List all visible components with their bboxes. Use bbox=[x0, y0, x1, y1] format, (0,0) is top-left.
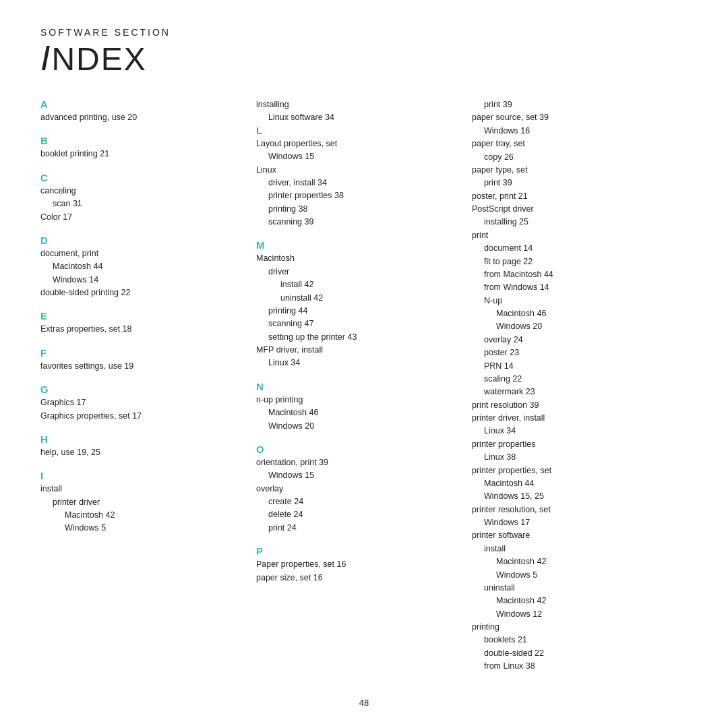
index-entry: printer properties bbox=[472, 438, 674, 451]
index-entry: Macintosh 46 bbox=[472, 307, 674, 320]
index-entry: uninstall 42 bbox=[256, 292, 458, 305]
index-letter: I bbox=[40, 470, 243, 481]
index-entry: installing bbox=[256, 98, 458, 111]
index-entry: Windows 16 bbox=[472, 125, 674, 138]
column-3: print 39paper source, set 39Windows 16pa… bbox=[472, 98, 688, 673]
column-2: installingLinux software 34LLayout prope… bbox=[256, 98, 472, 673]
index-entry: Linux 34 bbox=[472, 425, 674, 437]
index-entry: Graphics properties, set 17 bbox=[40, 410, 243, 423]
index-entry: Windows 12 bbox=[472, 608, 674, 621]
header: Software Section INDEX bbox=[40, 27, 688, 78]
index-entry: paper tray, set bbox=[472, 138, 674, 150]
index-entry: Macintosh 44 bbox=[40, 260, 243, 273]
index-entry: Windows 20 bbox=[256, 420, 458, 433]
index-entry: canceling bbox=[40, 185, 243, 198]
index-entry: printing bbox=[472, 621, 674, 634]
index-entry: driver, install 34 bbox=[256, 177, 458, 189]
index-entry: document 14 bbox=[472, 242, 674, 255]
index-letter: E bbox=[40, 310, 243, 322]
index-entry: Windows 5 bbox=[40, 522, 243, 535]
index-entry: installing 25 bbox=[472, 216, 674, 229]
index-entry: Windows 15 bbox=[256, 150, 458, 163]
index-entry: scanning 39 bbox=[256, 216, 458, 229]
index-entry: poster 23 bbox=[472, 346, 674, 359]
index-letter: O bbox=[256, 444, 458, 455]
index-entry: overlay 24 bbox=[472, 334, 674, 346]
index-entry: Linux bbox=[256, 164, 458, 177]
index-entry: printing 38 bbox=[256, 203, 458, 216]
index-entry: paper size, set 16 bbox=[256, 572, 458, 584]
index-entry: booklet printing 21 bbox=[40, 148, 243, 160]
index-letter: H bbox=[40, 433, 243, 445]
index-entry: Windows 20 bbox=[472, 320, 674, 333]
index-entry: double-sided 22 bbox=[472, 647, 674, 660]
index-entry: PostScript driver bbox=[472, 203, 674, 216]
index-entry: Windows 14 bbox=[40, 274, 243, 286]
index-entry: MFP driver, install bbox=[256, 344, 458, 357]
index-entry: Linux software 34 bbox=[256, 111, 458, 124]
index-entry: print 39 bbox=[472, 98, 674, 111]
index-entry: Linux 38 bbox=[472, 451, 674, 464]
index-letter: F bbox=[40, 347, 243, 359]
header-subtitle: Software Section bbox=[40, 27, 688, 38]
index-entry: Macintosh 42 bbox=[472, 595, 674, 607]
index-entry: Macintosh 42 bbox=[40, 509, 243, 522]
index-letter: C bbox=[40, 172, 243, 183]
index-entry: Macintosh 42 bbox=[472, 555, 674, 568]
index-entry: copy 26 bbox=[472, 151, 674, 164]
index-entry: Color 17 bbox=[40, 211, 243, 224]
index-letter: A bbox=[40, 98, 243, 110]
index-entry: N-up bbox=[472, 295, 674, 307]
title-drop-cap: I bbox=[40, 38, 51, 78]
index-letter: G bbox=[40, 384, 243, 395]
index-entry: paper type, set bbox=[472, 164, 674, 177]
index-entry: booklets 21 bbox=[472, 634, 674, 646]
index-entry: Paper properties, set 16 bbox=[256, 558, 458, 571]
index-entry: n-up printing bbox=[256, 394, 458, 406]
index-entry: driver bbox=[256, 266, 458, 278]
index-entry: scaling 22 bbox=[472, 373, 674, 386]
index-entry: orientation, print 39 bbox=[256, 456, 458, 469]
index-entry: printer resolution, set bbox=[472, 504, 674, 516]
column-1: Aadvanced printing, use 20Bbooklet print… bbox=[40, 98, 256, 673]
index-letter: D bbox=[40, 235, 243, 246]
index-entry: Windows 15, 25 bbox=[472, 490, 674, 503]
index-letter: B bbox=[40, 135, 243, 146]
index-entry: advanced printing, use 20 bbox=[40, 111, 243, 124]
index-entry: paper source, set 39 bbox=[472, 111, 674, 124]
index-entry: printer driver bbox=[40, 496, 243, 509]
index-entry: Macintosh bbox=[256, 252, 458, 265]
index-entry: create 24 bbox=[256, 495, 458, 508]
index-entry: printing 44 bbox=[256, 305, 458, 317]
index-entry: Extras properties, set 18 bbox=[40, 323, 243, 336]
index-entry: Layout properties, set bbox=[256, 138, 458, 150]
index-entry: from Linux 38 bbox=[472, 660, 674, 673]
index-entry: help, use 19, 25 bbox=[40, 446, 243, 459]
index-entry: uninstall bbox=[472, 582, 674, 595]
index-entry: Windows 17 bbox=[472, 516, 674, 529]
index-entry: scanning 47 bbox=[256, 317, 458, 330]
index-entry: printer driver, install bbox=[472, 412, 674, 425]
index-entry: poster, print 21 bbox=[472, 190, 674, 203]
index-entry: PRN 14 bbox=[472, 360, 674, 373]
index-entry: printer software bbox=[472, 529, 674, 542]
index-entry: favorites settings, use 19 bbox=[40, 360, 243, 373]
header-title: INDEX bbox=[40, 38, 688, 78]
index-entry: Linux 34 bbox=[256, 357, 458, 369]
page: Software Section INDEX Aadvanced printin… bbox=[0, 0, 728, 728]
index-entry: install 42 bbox=[256, 278, 458, 291]
index-letter: P bbox=[256, 545, 458, 557]
index-entry: printer properties, set bbox=[472, 464, 674, 477]
index-letter: L bbox=[256, 125, 458, 136]
index-letter: M bbox=[256, 239, 458, 251]
page-number: 48 bbox=[0, 698, 728, 708]
index-entry: document, print bbox=[40, 247, 243, 260]
index-entry: double-sided printing 22 bbox=[40, 286, 243, 299]
index-entry: fit to page 22 bbox=[472, 255, 674, 268]
index-entry: Macintosh 46 bbox=[256, 406, 458, 419]
index-entry: print resolution 39 bbox=[472, 399, 674, 412]
index-entry: from Windows 14 bbox=[472, 281, 674, 294]
index-entry: printer properties 38 bbox=[256, 189, 458, 202]
index-entry: scan 31 bbox=[40, 198, 243, 210]
index-entry: print 39 bbox=[472, 177, 674, 189]
